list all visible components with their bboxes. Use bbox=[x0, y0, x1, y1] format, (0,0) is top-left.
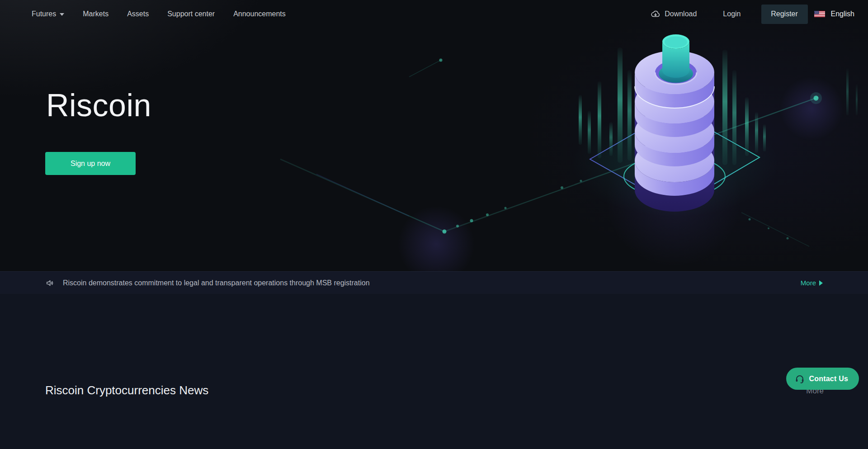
download-label: Download bbox=[665, 10, 697, 18]
news-section-title: Riscoin Cryptocurrencies News bbox=[45, 383, 208, 397]
more-label: More bbox=[801, 279, 816, 287]
nav-item-announcements[interactable]: Announcements bbox=[233, 10, 286, 18]
nav-item-label: Markets bbox=[83, 10, 108, 18]
speaker-icon bbox=[45, 279, 54, 288]
secondary-nav: Download Login Register bbox=[651, 5, 854, 24]
nav-item-label: Support center bbox=[167, 10, 215, 18]
nav-item-support-center[interactable]: Support center bbox=[167, 10, 215, 18]
coin-stack bbox=[635, 34, 714, 212]
nav-item-futures[interactable]: Futures bbox=[32, 10, 64, 18]
nav-item-label: Assets bbox=[127, 10, 149, 18]
cloud-download-icon bbox=[651, 9, 660, 19]
hero-section: Riscoin Sign up now bbox=[0, 0, 868, 271]
isometric-database-illustration bbox=[570, 27, 868, 262]
contact-us-label: Contact Us bbox=[809, 375, 848, 383]
top-navigation: Futures Markets Assets Support center An… bbox=[0, 0, 868, 28]
nav-item-markets[interactable]: Markets bbox=[83, 10, 108, 18]
contact-us-button[interactable]: Contact Us bbox=[786, 368, 859, 390]
landing-page: Riscoin Sign up now Futures Markets Asse… bbox=[0, 0, 868, 449]
chevron-down-icon bbox=[60, 13, 64, 16]
nav-item-label: Futures bbox=[32, 10, 56, 18]
sign-up-button[interactable]: Sign up now bbox=[45, 152, 136, 175]
language-label: English bbox=[831, 10, 854, 18]
hero-title: Riscoin bbox=[46, 90, 151, 121]
register-button[interactable]: Register bbox=[761, 5, 808, 24]
play-arrow-icon bbox=[819, 280, 823, 286]
nav-item-assets[interactable]: Assets bbox=[127, 10, 149, 18]
news-section: Riscoin Cryptocurrencies News More bbox=[0, 294, 868, 449]
announcement-bar: Riscoin demonstrates commitment to legal… bbox=[0, 271, 868, 294]
nav-item-label: Announcements bbox=[233, 10, 286, 18]
headset-icon bbox=[794, 373, 805, 384]
us-flag-icon bbox=[814, 11, 825, 17]
language-selector[interactable]: English bbox=[814, 10, 854, 18]
download-link[interactable]: Download bbox=[651, 9, 697, 19]
login-link[interactable]: Login bbox=[723, 10, 741, 18]
primary-nav: Futures Markets Assets Support center An… bbox=[32, 10, 286, 18]
announcement-text[interactable]: Riscoin demonstrates commitment to legal… bbox=[63, 279, 801, 287]
announcement-more-link[interactable]: More bbox=[801, 279, 823, 287]
